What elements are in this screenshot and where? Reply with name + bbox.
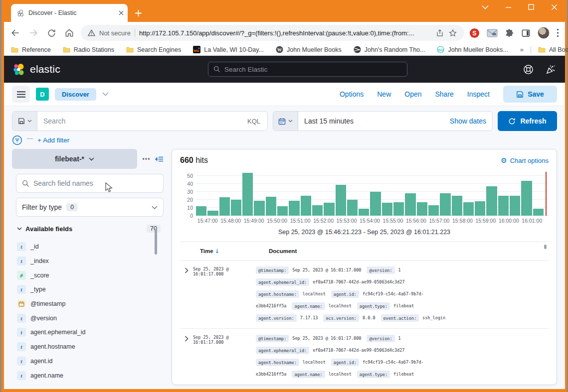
space-avatar[interactable]: D [36, 88, 49, 101]
newsfeed-icon[interactable] [546, 64, 556, 75]
side-panel-icon[interactable] [521, 28, 531, 38]
field-item[interactable]: t@version [17, 311, 164, 325]
share-icon[interactable] [435, 29, 444, 37]
query-language-label[interactable]: KQL [247, 118, 261, 125]
histogram-bar[interactable] [486, 186, 497, 216]
field-item[interactable]: tagent.hostname [17, 340, 164, 354]
table-row[interactable]: Sep 25, 2023 @ 16:01:17.000@timestamp:Se… [180, 260, 549, 328]
tab-close-icon[interactable] [119, 10, 124, 15]
sort-descending-icon[interactable]: ↓ [215, 248, 220, 255]
boxes-horizontal-icon[interactable] [143, 158, 150, 160]
column-header-document[interactable]: Document [269, 248, 297, 254]
new-tab-button[interactable] [135, 9, 142, 17]
expand-row-chevron-icon[interactable] [180, 264, 193, 324]
time-range-value[interactable]: Last 15 minutes [298, 112, 450, 131]
histogram-bar[interactable] [277, 206, 288, 216]
browser-tab[interactable]: Discover - Elastic [11, 4, 128, 22]
histogram-bar[interactable] [312, 205, 323, 216]
field-item[interactable]: @timestamp [17, 297, 164, 311]
bookmark-item[interactable]: Reference [11, 46, 51, 53]
window-maximize-icon[interactable] [527, 3, 535, 11]
histogram-bar[interactable] [207, 211, 218, 216]
filter-by-type-select[interactable]: Filter by type 0 [16, 198, 164, 217]
histogram-bar[interactable] [533, 209, 544, 216]
global-search-bar[interactable] [208, 62, 407, 77]
histogram-bar[interactable] [510, 196, 520, 216]
filter-menu-icon[interactable] [12, 135, 22, 145]
histogram-bar[interactable] [417, 202, 427, 216]
main-menu-hamburger-icon[interactable] [12, 86, 30, 103]
histogram-bar[interactable] [266, 197, 276, 216]
histogram-bar[interactable] [382, 203, 392, 216]
index-pattern-select[interactable]: filebeat-* [12, 149, 137, 169]
field-item[interactable]: t_index [17, 254, 164, 268]
window-minimize-icon[interactable] [504, 3, 512, 11]
add-filter-link[interactable]: + Add filter [37, 136, 69, 144]
histogram-bar[interactable] [231, 200, 241, 216]
menu-action-options[interactable]: Options [340, 90, 364, 98]
forward-icon[interactable] [27, 26, 40, 39]
field-item[interactable]: tagent.name [17, 368, 164, 383]
all-bookmarks-button[interactable]: All Bookmarks [538, 46, 568, 53]
histogram-bar[interactable] [440, 193, 450, 216]
menu-action-inspect[interactable]: Inspect [467, 90, 490, 98]
date-quick-select-button[interactable] [273, 112, 298, 131]
sidebar-scrollbar-thumb[interactable] [155, 229, 157, 255]
window-menu-chevron-icon[interactable] [481, 3, 489, 11]
bookmark-item[interactable]: wuLa Valle, WI 10-Day... [193, 46, 264, 53]
bookmarks-overflow-chevron[interactable]: » [520, 46, 524, 53]
expand-row-chevron-icon[interactable] [180, 332, 193, 380]
saved-query-menu-button[interactable] [12, 112, 37, 131]
reload-icon[interactable] [45, 26, 58, 39]
histogram-bar[interactable] [452, 196, 462, 216]
table-scrollbar-thumb[interactable] [544, 245, 547, 249]
home-icon[interactable] [63, 26, 76, 39]
bookmark-star-icon[interactable] [448, 29, 457, 37]
bookmark-item[interactable]: Search Engines [126, 46, 181, 53]
histogram-bar[interactable] [463, 202, 474, 216]
elastic-brand[interactable]: elastic [13, 63, 60, 76]
url-text[interactable]: http://172.105.7.150/app/discover#/?_g=(… [139, 29, 431, 37]
histogram-bar[interactable] [347, 200, 358, 216]
help-icon[interactable] [523, 64, 534, 75]
refresh-button[interactable]: Refresh [498, 111, 557, 131]
histogram-bar[interactable] [324, 203, 334, 216]
available-fields-header[interactable]: Available fields 70 [12, 222, 164, 233]
collapse-sidebar-icon[interactable] [155, 156, 164, 162]
histogram-bar[interactable] [242, 173, 253, 216]
field-item[interactable]: tagent.id [17, 354, 164, 369]
menu-action-open[interactable]: Open [404, 90, 421, 98]
field-item[interactable]: t_type [17, 282, 164, 297]
field-item[interactable]: #_score [17, 268, 164, 282]
profile-avatar[interactable] [538, 27, 550, 39]
save-button[interactable]: Save [503, 86, 557, 103]
breadcrumb[interactable]: Discover [55, 88, 96, 101]
field-search-box[interactable] [16, 174, 164, 193]
breadcrumb-chevron-down-icon[interactable] [102, 92, 109, 96]
histogram-bar[interactable] [289, 201, 299, 216]
show-dates-link[interactable]: Show dates [450, 112, 492, 131]
bookmark-item[interactable]: Radio Stations [63, 46, 114, 53]
histogram-bar[interactable] [521, 181, 532, 216]
field-item[interactable]: t_id [17, 240, 164, 254]
bookmark-item[interactable]: WJohn Mueller Books [276, 46, 342, 53]
back-icon[interactable] [9, 26, 22, 39]
bookmark-item[interactable]: John's Random Tho... [354, 46, 425, 53]
security-label[interactable]: Not secure [99, 29, 131, 37]
histogram-bar[interactable] [370, 192, 380, 216]
not-secure-warning-icon[interactable] [88, 29, 95, 36]
histogram-bar[interactable] [196, 206, 206, 216]
histogram-bar[interactable] [301, 196, 311, 216]
address-bar[interactable]: Not secure http://172.105.7.150/app/disc… [81, 25, 464, 41]
histogram-bar[interactable] [393, 202, 404, 216]
histogram-bar[interactable] [405, 193, 415, 216]
global-search-input[interactable] [224, 66, 402, 73]
histogram-bar[interactable] [359, 209, 369, 216]
extensions-puzzle-icon[interactable] [505, 28, 514, 38]
histogram-bar[interactable] [219, 197, 230, 216]
histogram-bar[interactable] [475, 201, 485, 216]
window-close-icon[interactable] [550, 3, 558, 11]
browser-menu-icon[interactable] [557, 28, 559, 37]
extension-red-s-icon[interactable]: S [469, 28, 480, 38]
chart-options-button[interactable]: ⚙ Chart options [501, 157, 549, 164]
